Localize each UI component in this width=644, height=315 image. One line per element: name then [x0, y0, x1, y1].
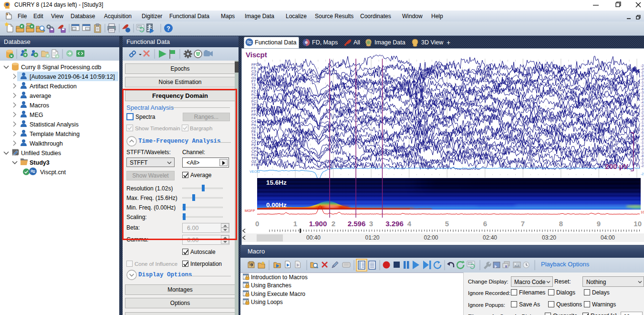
- svg-text:0.00Hz: 0.00Hz: [266, 201, 287, 209]
- svg-text:-8: -8: [641, 154, 644, 158]
- svg-text:-13: -13: [641, 121, 644, 124]
- svg-text:1.900: 1.900: [309, 220, 327, 228]
- svg-text:-22: -22: [641, 172, 644, 176]
- svg-text:MEG: MEG: [30, 112, 43, 118]
- svg-text:average: average: [30, 93, 51, 99]
- svg-text:-25: -25: [641, 137, 644, 141]
- svg-text:8: 8: [559, 220, 563, 228]
- svg-text:0: 0: [255, 220, 259, 228]
- svg-text:-10: -10: [641, 81, 644, 84]
- svg-text:-22: -22: [641, 104, 644, 107]
- svg-text:-4: -4: [641, 101, 644, 104]
- svg-text:15.6Hz: 15.6Hz: [266, 179, 287, 186]
- svg-text:-19: -19: [641, 141, 644, 144]
- svg-text:FT8: FT8: [251, 163, 258, 167]
- svg-text:-24: -24: [641, 97, 644, 101]
- svg-text:2.596: 2.596: [348, 220, 366, 228]
- svg-text:Viscpt.cnt: Viscpt.cnt: [40, 169, 66, 176]
- svg-text:Viscpt: Viscpt: [246, 51, 267, 59]
- svg-text:-28: -28: [641, 114, 644, 117]
- svg-text:3.296: 3.296: [385, 220, 404, 228]
- svg-text:-9: -9: [641, 74, 644, 77]
- svg-text:Walkthrough: Walkthrough: [30, 140, 63, 147]
- svg-text:5: 5: [445, 220, 449, 228]
- svg-text:-23: -23: [641, 134, 644, 137]
- svg-text:-20: -20: [641, 77, 644, 81]
- svg-text:200 μV: 200 μV: [605, 162, 628, 170]
- svg-text:-9: -9: [641, 124, 644, 127]
- svg-text:MGFP: MGFP: [245, 209, 255, 213]
- svg-text:-27: -27: [641, 71, 644, 74]
- svg-text:-15: -15: [641, 107, 644, 111]
- svg-text:9: 9: [597, 220, 601, 228]
- svg-text:-6: -6: [641, 131, 644, 134]
- svg-text:-24: -24: [641, 147, 644, 151]
- svg-text:4: 4: [407, 220, 412, 228]
- svg-text:6: 6: [483, 220, 487, 228]
- svg-text:-10: -10: [641, 151, 644, 154]
- svg-text:3: 3: [369, 220, 373, 228]
- svg-text:04:00: 04:00: [601, 234, 615, 241]
- svg-text:-19: -19: [641, 144, 644, 147]
- svg-text:10: 10: [641, 210, 644, 214]
- svg-text:-31: -31: [641, 91, 644, 94]
- svg-text:Unfiled Studies: Unfiled Studies: [21, 150, 61, 157]
- svg-text:-12: -12: [641, 127, 644, 131]
- svg-text:01:20: 01:20: [365, 234, 379, 241]
- svg-text:02:00: 02:00: [424, 234, 438, 241]
- svg-text:-19: -19: [641, 94, 644, 97]
- svg-text:2: 2: [332, 220, 335, 228]
- svg-text:00:40: 00:40: [306, 234, 321, 241]
- svg-text:Artifact Reduction: Artifact Reduction: [30, 83, 77, 90]
- svg-text:Curry 8 Signal Processing.cdb: Curry 8 Signal Processing.cdb: [21, 64, 101, 71]
- svg-text:Statistical Analysis: Statistical Analysis: [30, 121, 79, 128]
- svg-text:02:40: 02:40: [483, 234, 497, 241]
- svg-text:Study3: Study3: [30, 159, 50, 166]
- svg-text:-21: -21: [641, 111, 644, 114]
- svg-text:-6: -6: [641, 87, 644, 91]
- svg-text:VEOG: VEOG: [249, 169, 260, 174]
- svg-text:1: 1: [293, 220, 297, 228]
- svg-text:10: 10: [634, 220, 642, 228]
- svg-text:-24: -24: [641, 84, 644, 87]
- svg-text:Macros: Macros: [30, 102, 49, 109]
- svg-text:-10: -10: [641, 161, 644, 164]
- svg-text:-26: -26: [641, 117, 644, 121]
- svg-text:-24: -24: [641, 64, 644, 67]
- svg-text:Template Matching: Template Matching: [30, 131, 80, 137]
- svg-text:7: 7: [521, 220, 525, 228]
- svg-text:-19: -19: [641, 158, 644, 161]
- svg-text:-26: -26: [641, 67, 644, 71]
- svg-text:-22: -22: [641, 164, 644, 168]
- svg-text:[Autosave 2019-06-14 10:59:12]: [Autosave 2019-06-14 10:59:12]: [30, 74, 115, 80]
- svg-text:03:20: 03:20: [542, 234, 556, 241]
- svg-text:?: ?: [166, 25, 170, 32]
